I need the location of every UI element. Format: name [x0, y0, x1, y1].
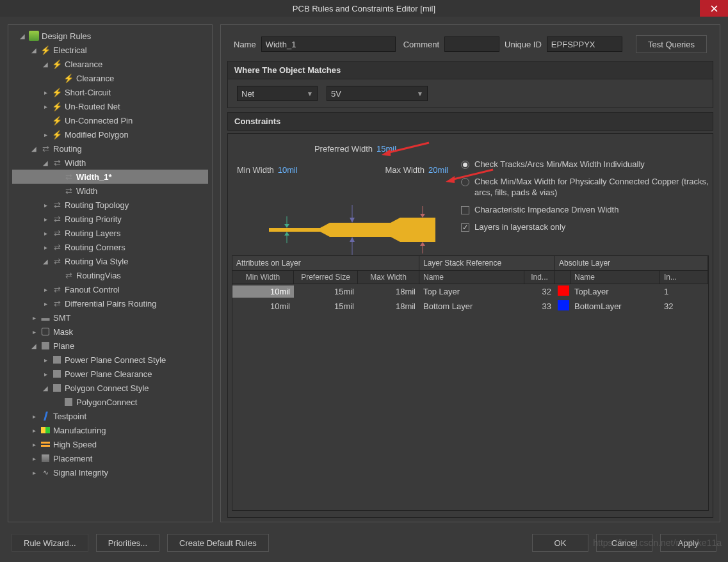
tree-polyconnect-rule[interactable]: PolygonConnect [12, 395, 208, 409]
max-width-label: Max Width [385, 165, 425, 175]
tree-mask[interactable]: ▸Mask [12, 325, 208, 339]
col-aname[interactable]: Name [570, 271, 660, 284]
routing-icon: ⇄ [40, 143, 51, 154]
tree-corners[interactable]: ▸⇄Routing Corners [12, 240, 208, 254]
test-queries-button[interactable]: Test Queries [636, 35, 707, 53]
impedance-checkbox[interactable]: Characteristic Impedance Driven Width [461, 205, 709, 216]
tree-unconnected[interactable]: ⚡Un-Connected Pin [12, 113, 208, 127]
priorities-button[interactable]: Priorities... [96, 534, 159, 552]
comment-label: Comment [403, 40, 439, 49]
fanout-icon: ⇄ [52, 284, 62, 294]
chevron-right-icon: ▸ [30, 427, 38, 434]
col-group-absolute: Absolute Layer [555, 256, 708, 270]
min-width-value[interactable]: 10mil [278, 165, 298, 175]
name-input[interactable] [261, 36, 396, 52]
col-lname[interactable]: Name [419, 271, 524, 284]
tree-topology[interactable]: ▸⇄Routing Topology [12, 198, 208, 212]
tree-polyconnect[interactable]: ◢Polygon Connect Style [12, 381, 208, 395]
radio-icon [461, 161, 469, 169]
tree-root[interactable]: ◢Design Rules [12, 29, 208, 43]
chevron-right-icon: ▸ [30, 455, 38, 462]
constraints-body: Preferred Width15mil Min Width10mil Max … [227, 133, 713, 518]
comment-input[interactable] [444, 36, 499, 52]
name-label: Name [234, 40, 256, 49]
tree-layers[interactable]: ▸⇄Routing Layers [12, 226, 208, 240]
width-icon: ⇄ [52, 157, 62, 168]
table-row[interactable]: 10mil 15mil 18mil Top Layer 32 TopLayer … [232, 284, 708, 299]
radio-icon [461, 178, 469, 186]
tree-plane[interactable]: ◢Plane [12, 339, 208, 353]
tree-width-rule[interactable]: ⇄Width [12, 184, 208, 198]
col-in[interactable]: In... [660, 271, 708, 284]
col-pref[interactable]: Preferred Size [294, 271, 358, 284]
tree-highspeed[interactable]: ▸High Speed [12, 437, 208, 451]
close-button[interactable] [700, 0, 728, 17]
chevron-right-icon: ▸ [30, 441, 38, 448]
rule-wizard-button: Rule Wizard... [12, 534, 88, 552]
check-copper-radio[interactable]: Check Min/Max Width for Physically Conne… [461, 177, 709, 198]
tree-diffpairs[interactable]: ▸⇄Differential Pairs Routing [12, 296, 208, 310]
tree-viastyle[interactable]: ◢⇄Routing Via Style [12, 254, 208, 268]
plane-icon [40, 341, 51, 351]
preferred-width-value[interactable]: 15mil [376, 144, 396, 154]
plane-icon [52, 355, 62, 365]
rule-header-row: Name Comment Unique ID Test Queries [227, 31, 713, 57]
tree-plane-clearance[interactable]: ▸Power Plane Clearance [12, 367, 208, 381]
unconnected-icon: ⚡ [52, 115, 62, 125]
tree-plane-connect[interactable]: ▸Power Plane Connect Style [12, 353, 208, 367]
table-body: 10mil 15mil 18mil Top Layer 32 TopLayer … [232, 284, 708, 314]
clearance-icon: ⚡ [52, 59, 62, 69]
chevron-right-icon: ▸ [42, 286, 49, 293]
placement-icon [40, 453, 51, 463]
table-row[interactable]: 10mil 15mil 18mil Bottom Layer 33 Bottom… [232, 299, 708, 314]
tree-smt[interactable]: ▸▬SMT [12, 310, 208, 325]
col-group-layerstack: Layer Stack Reference [419, 256, 555, 270]
manufacturing-icon [40, 425, 51, 435]
tree-fanout[interactable]: ▸⇄Fanout Control [12, 282, 208, 296]
check-tracks-radio[interactable]: Check Tracks/Arcs Min/Max Width Individu… [461, 159, 709, 170]
tree-clearance-rule[interactable]: ⚡Clearance [12, 71, 208, 85]
tree-width-1[interactable]: ⇄Width_1* [12, 170, 208, 184]
tree-placement[interactable]: ▸Placement [12, 451, 208, 465]
chevron-right-icon: ▸ [42, 202, 49, 209]
where-matches-header: Where The Object Matches [227, 61, 713, 79]
create-default-button[interactable]: Create Default Rules [167, 534, 269, 552]
tree-testpoint[interactable]: ▸Testpoint [12, 409, 208, 423]
tree-routingvias[interactable]: ⇄RoutingVias [12, 268, 208, 282]
layerstack-checkbox[interactable]: Layers in layerstack only [461, 222, 709, 233]
tree-unrouted[interactable]: ▸⚡Un-Routed Net [12, 99, 208, 113]
max-width-value[interactable]: 20mil [428, 165, 448, 175]
diffpairs-icon: ⇄ [52, 298, 62, 309]
tree-signalintegrity[interactable]: ▸∿Signal Integrity [12, 465, 208, 479]
plane-icon [52, 369, 62, 379]
constraints-header: Constraints [227, 112, 713, 131]
chevron-right-icon: ▸ [30, 413, 38, 420]
clearance-icon: ⚡ [63, 73, 74, 83]
tree-routing[interactable]: ◢⇄Routing [12, 141, 208, 156]
tree-short-circuit[interactable]: ▸⚡Short-Circuit [12, 85, 208, 99]
titlebar: PCB Rules and Constraints Editor [mil] [0, 0, 728, 17]
uid-input[interactable] [547, 36, 622, 52]
layer-attributes-table[interactable]: Attributes on Layer Layer Stack Referenc… [232, 255, 709, 511]
testpoint-icon [40, 411, 51, 421]
electrical-icon: ⚡ [40, 45, 51, 55]
scope-value-dropdown[interactable]: 5V▼ [327, 86, 428, 101]
scope-type-dropdown[interactable]: Net▼ [237, 86, 318, 101]
tree-clearance[interactable]: ◢⚡Clearance [12, 57, 208, 71]
tree-electrical[interactable]: ◢⚡Electrical [12, 43, 208, 57]
chevron-right-icon: ▸ [42, 131, 49, 138]
col-max[interactable]: Max Width [358, 271, 419, 284]
checkbox-icon [461, 223, 469, 232]
modpoly-icon: ⚡ [52, 129, 62, 140]
tree-manufacturing[interactable]: ▸Manufacturing [12, 423, 208, 437]
chevron-down-icon: ▼ [417, 90, 423, 97]
ok-button[interactable]: OK [532, 534, 588, 552]
layer-color-swatch [558, 285, 569, 296]
col-ind[interactable]: Ind... [524, 271, 555, 284]
tree-modpoly[interactable]: ▸⚡Modified Polygon [12, 127, 208, 141]
tree-width[interactable]: ◢⇄Width [12, 156, 208, 170]
col-min[interactable]: Min Width [232, 271, 294, 284]
tree-priority[interactable]: ▸⇄Routing Priority [12, 212, 208, 226]
col-color [555, 271, 570, 284]
rules-icon [29, 31, 39, 41]
